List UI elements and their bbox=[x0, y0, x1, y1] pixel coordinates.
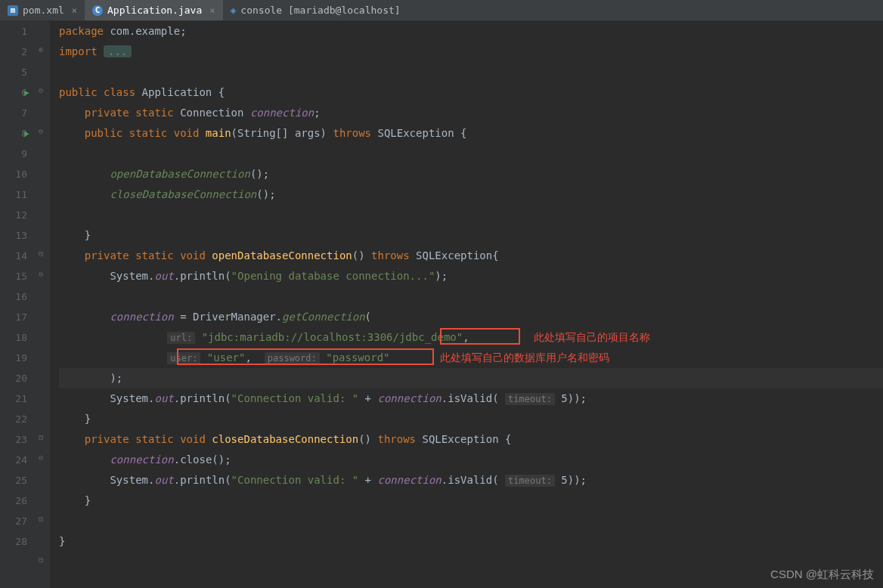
fold-collapse-icon[interactable]: ⊖ bbox=[39, 86, 43, 94]
fold-collapse-icon[interactable]: ⊖ bbox=[39, 127, 43, 135]
fold-collapse-icon[interactable]: ⊖ bbox=[39, 270, 43, 278]
line-number: 1 bbox=[0, 21, 27, 42]
line-number: 5 bbox=[0, 62, 27, 82]
line-number: 28 bbox=[0, 531, 27, 552]
fold-collapse-icon[interactable]: ⊖ bbox=[39, 453, 43, 462]
tab-label: console [mariadb@localhost] bbox=[240, 5, 400, 16]
tab-label: pom.xml bbox=[23, 5, 64, 16]
code-line: package com.example; bbox=[59, 21, 883, 42]
database-icon: ◈ bbox=[231, 5, 237, 16]
folded-region[interactable]: ... bbox=[104, 45, 132, 57]
code-line: public class Application { bbox=[59, 82, 883, 103]
line-number: 18 bbox=[0, 327, 27, 348]
line-number: 25 bbox=[0, 470, 27, 491]
tab-label: Application.java bbox=[107, 5, 202, 16]
code-line bbox=[59, 511, 883, 531]
fold-expand-icon[interactable]: ⊕ bbox=[39, 45, 43, 54]
line-number: 12 bbox=[0, 205, 27, 225]
line-number: 21 bbox=[0, 388, 27, 409]
code-line bbox=[59, 205, 883, 225]
line-number: 23 bbox=[0, 429, 27, 450]
line-number: 15 bbox=[0, 266, 27, 286]
tab-application-java[interactable]: C Application.java × bbox=[85, 0, 222, 20]
annotation-text: 此处填写自己的数据库用户名和密码 bbox=[440, 351, 609, 365]
line-number: 22 bbox=[0, 409, 27, 429]
line-number: 7 bbox=[0, 103, 27, 123]
fold-end-icon[interactable]: ⊟ bbox=[39, 249, 43, 258]
line-number: 19 bbox=[0, 348, 27, 368]
watermark: CSDN @虹科云科技 bbox=[770, 568, 874, 582]
line-number-gutter: 1 2 5 6▶ 7 8▶ 9 10 11 12 13 14 15 16 17 … bbox=[0, 21, 36, 588]
line-number: 11 bbox=[0, 184, 27, 205]
parameter-hint: timeout: bbox=[505, 475, 555, 487]
annotation-text: 此处填写自己的项目名称 bbox=[534, 331, 650, 345]
code-line: private static void openDatabaseConnecti… bbox=[59, 246, 883, 266]
line-number: 20 bbox=[0, 368, 27, 388]
code-line: } bbox=[59, 491, 883, 511]
line-number: 2 bbox=[0, 42, 27, 62]
code-editor[interactable]: 1 2 5 6▶ 7 8▶ 9 10 11 12 13 14 15 16 17 … bbox=[0, 21, 883, 588]
run-gutter-icon[interactable]: ▶ bbox=[24, 123, 29, 144]
line-number: 16 bbox=[0, 286, 27, 307]
code-line: System.out.println("Opening database con… bbox=[59, 266, 883, 286]
code-line: ); bbox=[59, 368, 883, 388]
java-class-icon: C bbox=[92, 5, 103, 16]
line-number: 9 bbox=[0, 144, 27, 164]
line-number: 13 bbox=[0, 225, 27, 246]
code-line: } bbox=[59, 225, 883, 246]
tab-pom-xml[interactable]: m pom.xml × bbox=[0, 0, 85, 20]
code-line: closeDatabaseConnection(); bbox=[59, 184, 883, 205]
line-number: 8▶ bbox=[0, 123, 27, 144]
code-line: } bbox=[59, 409, 883, 429]
editor-tabs: m pom.xml × C Application.java × ◈ conso… bbox=[0, 0, 883, 21]
code-line: connection.close(); bbox=[59, 450, 883, 470]
code-line: } bbox=[59, 531, 883, 552]
code-line bbox=[59, 286, 883, 307]
code-line: openDatabaseConnection(); bbox=[59, 164, 883, 184]
parameter-hint: url: bbox=[167, 332, 195, 344]
line-number: 24 bbox=[0, 450, 27, 470]
line-number: 14 bbox=[0, 246, 27, 266]
parameter-hint: timeout: bbox=[505, 393, 555, 405]
fold-column: ⊕ ⊖ ⊖ ⊟ ⊖ ⊟ ⊖ ⊟ ⊟ bbox=[36, 21, 50, 588]
code-line: public static void main(String[] args) t… bbox=[59, 123, 883, 144]
maven-icon: m bbox=[8, 5, 18, 16]
code-line bbox=[59, 62, 883, 82]
code-area[interactable]: package com.example; import ... public c… bbox=[50, 21, 883, 588]
close-icon[interactable]: × bbox=[72, 5, 77, 16]
line-number: 26 bbox=[0, 491, 27, 511]
code-line: url: "jdbc:mariadb://localhost:3306/jdbc… bbox=[59, 327, 883, 348]
code-line bbox=[59, 144, 883, 164]
fold-end-icon[interactable]: ⊟ bbox=[39, 556, 43, 564]
line-number: 17 bbox=[0, 307, 27, 327]
line-number: 27 bbox=[0, 511, 27, 531]
close-icon[interactable]: × bbox=[209, 5, 215, 16]
code-line: connection = DriverManager.getConnection… bbox=[59, 307, 883, 327]
code-line: import ... bbox=[59, 42, 883, 62]
code-line: private static Connection connection; bbox=[59, 103, 883, 123]
run-gutter-icon[interactable]: ▶ bbox=[24, 82, 29, 103]
tab-console[interactable]: ◈ console [mariadb@localhost] bbox=[223, 0, 408, 20]
code-line: System.out.println("Connection valid: " … bbox=[59, 470, 883, 491]
parameter-hint: user: bbox=[167, 352, 200, 364]
fold-end-icon[interactable]: ⊟ bbox=[39, 433, 43, 441]
line-number: 6▶ bbox=[0, 82, 27, 103]
line-number: 10 bbox=[0, 164, 27, 184]
fold-end-icon[interactable]: ⊟ bbox=[39, 515, 43, 523]
code-line: System.out.println("Connection valid: " … bbox=[59, 388, 883, 409]
code-line: private static void closeDatabaseConnect… bbox=[59, 429, 883, 450]
parameter-hint: password: bbox=[265, 352, 320, 364]
